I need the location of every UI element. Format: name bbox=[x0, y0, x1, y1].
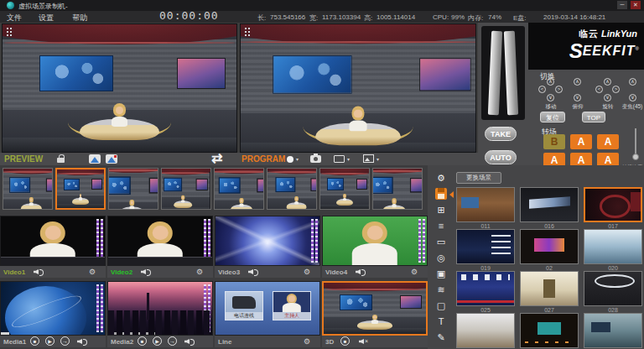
layers-icon[interactable]: ≋ bbox=[429, 282, 453, 298]
camera-angle-1[interactable] bbox=[3, 168, 53, 210]
picture-overlay-icon[interactable] bbox=[363, 154, 374, 163]
media1-thumbnail[interactable] bbox=[0, 281, 106, 336]
move-up-button[interactable] bbox=[547, 78, 554, 86]
close-button[interactable]: ✕ bbox=[631, 1, 641, 9]
window-icon[interactable]: ▢ bbox=[429, 298, 453, 314]
video1-thumbnail[interactable] bbox=[0, 216, 106, 266]
speaker-icon[interactable] bbox=[34, 268, 44, 275]
speaker-icon[interactable] bbox=[184, 338, 195, 345]
scene-item-row4-2[interactable] bbox=[520, 313, 579, 348]
media2-thumbnail[interactable] bbox=[107, 281, 213, 336]
muted-speaker-icon[interactable] bbox=[359, 338, 369, 345]
text-icon[interactable]: T bbox=[429, 314, 453, 330]
zoom-out-button[interactable] bbox=[629, 94, 636, 102]
transition-a1-button[interactable]: A bbox=[570, 134, 592, 149]
video3-thumbnail[interactable] bbox=[215, 216, 320, 266]
snapshot-b-icon[interactable] bbox=[106, 154, 117, 164]
change-scene-button[interactable]: 更换场景 bbox=[456, 172, 501, 184]
auto-button[interactable]: AUTO bbox=[485, 150, 517, 164]
camera-angle-3[interactable] bbox=[108, 168, 158, 210]
screenshot-camera-icon[interactable] bbox=[310, 155, 321, 163]
gear-icon[interactable] bbox=[304, 337, 310, 346]
pitch-up-button[interactable] bbox=[574, 78, 581, 86]
speaker-icon[interactable] bbox=[77, 338, 87, 345]
picture-dropdown-icon[interactable] bbox=[377, 156, 379, 162]
gear-icon[interactable] bbox=[89, 268, 96, 276]
effects-icon[interactable]: ◎ bbox=[429, 250, 453, 266]
move-down-button[interactable] bbox=[547, 94, 554, 102]
camera-angle-6[interactable] bbox=[267, 168, 317, 210]
pitch-down-button[interactable] bbox=[574, 94, 581, 102]
scene-item-011[interactable] bbox=[456, 187, 515, 222]
rotate-left-button[interactable] bbox=[595, 86, 603, 93]
next-button[interactable] bbox=[60, 336, 70, 346]
program-monitor[interactable] bbox=[240, 23, 476, 153]
settings-icon[interactable]: ⚙ bbox=[429, 170, 453, 186]
record-dropdown-icon[interactable] bbox=[296, 156, 299, 162]
gear-icon[interactable] bbox=[411, 268, 418, 276]
menu-help[interactable]: 帮助 bbox=[72, 13, 87, 23]
scene-item-028[interactable] bbox=[584, 271, 642, 306]
menu-file[interactable]: 文件 bbox=[7, 13, 22, 23]
stop-button[interactable] bbox=[138, 336, 147, 346]
next-button[interactable] bbox=[168, 336, 177, 346]
camera-angle-2-selected[interactable] bbox=[55, 168, 106, 210]
scene-item-020[interactable] bbox=[584, 229, 642, 264]
record-icon[interactable] bbox=[287, 156, 293, 163]
transition-speed-slider[interactable] bbox=[632, 128, 639, 164]
gear-icon[interactable] bbox=[196, 268, 203, 276]
zoom-in-button[interactable] bbox=[629, 78, 636, 86]
preview-monitor[interactable] bbox=[2, 23, 237, 153]
3d-thumbnail[interactable] bbox=[322, 281, 428, 336]
scene-item-row4-3[interactable] bbox=[584, 313, 642, 348]
scene-item-02[interactable] bbox=[520, 229, 579, 264]
snapshot-a-icon[interactable] bbox=[89, 154, 101, 164]
top-button[interactable]: TOP bbox=[582, 112, 605, 122]
output-dropdown-icon[interactable] bbox=[347, 156, 350, 162]
rotate-right-button[interactable] bbox=[612, 86, 620, 93]
scene-item-025[interactable] bbox=[456, 271, 515, 306]
slider-knob[interactable] bbox=[632, 154, 639, 160]
image-icon[interactable]: ▣ bbox=[429, 266, 453, 282]
scene-list-icon[interactable]: ≡ bbox=[429, 218, 453, 234]
rotate-down-button[interactable] bbox=[604, 94, 611, 102]
speaker-icon[interactable] bbox=[356, 268, 366, 275]
scene-item-row4-1[interactable] bbox=[456, 313, 515, 348]
camera-angle-4[interactable] bbox=[161, 168, 211, 210]
scene-item-016[interactable] bbox=[520, 187, 579, 222]
video2-thumbnail[interactable] bbox=[107, 216, 213, 266]
gear-icon[interactable] bbox=[304, 268, 310, 276]
display-icon[interactable]: ▭ bbox=[429, 234, 453, 250]
draw-icon[interactable]: ✎ bbox=[429, 330, 453, 346]
transition-a2-button[interactable]: A bbox=[597, 134, 619, 149]
minimize-button[interactable]: ─ bbox=[617, 1, 627, 9]
line-thumbnail[interactable]: 电话连线 主持人 bbox=[215, 281, 320, 336]
play-button[interactable] bbox=[153, 336, 162, 346]
swap-preview-program-icon[interactable] bbox=[211, 150, 222, 166]
scene-item-019[interactable] bbox=[456, 229, 515, 264]
speaker-icon[interactable] bbox=[141, 268, 151, 275]
t-bar-left-handle[interactable] bbox=[488, 31, 502, 115]
save-icon[interactable] bbox=[429, 186, 453, 202]
play-button[interactable] bbox=[45, 336, 55, 346]
camera-angle-8[interactable] bbox=[372, 168, 423, 210]
stop-button[interactable] bbox=[340, 336, 350, 346]
camera-angle-5[interactable] bbox=[214, 168, 264, 210]
stop-button[interactable] bbox=[30, 336, 39, 346]
reset-button[interactable]: 复位 bbox=[540, 112, 565, 122]
move-left-button[interactable] bbox=[538, 86, 546, 93]
speaker-icon[interactable] bbox=[248, 268, 258, 275]
lock-icon[interactable] bbox=[57, 158, 65, 163]
video4-thumbnail[interactable] bbox=[322, 216, 428, 266]
rotate-up-button[interactable] bbox=[604, 78, 611, 86]
camera-angle-7[interactable] bbox=[319, 168, 370, 210]
move-right-button[interactable] bbox=[555, 86, 563, 93]
scene-item-017-selected[interactable] bbox=[584, 187, 642, 222]
transition-b-button[interactable]: B bbox=[543, 134, 565, 149]
add-window-icon[interactable]: ⊞ bbox=[429, 202, 453, 218]
t-bar-right-handle[interactable] bbox=[504, 31, 518, 115]
take-button[interactable]: TAKE bbox=[485, 127, 517, 141]
scene-item-027[interactable] bbox=[520, 271, 579, 306]
output-display-icon[interactable] bbox=[334, 155, 345, 163]
menu-settings[interactable]: 设置 bbox=[39, 13, 54, 23]
